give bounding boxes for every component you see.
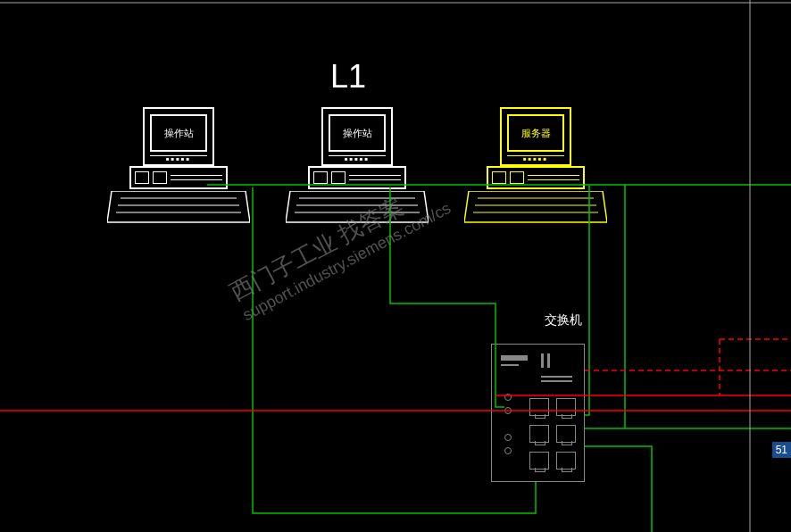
computer-base-icon [129, 166, 228, 189]
screen-label: 服务器 [507, 114, 564, 152]
diagram-title: L1 [330, 58, 366, 96]
monitor-controls-icon: ■■■■■ [507, 155, 564, 162]
workstation-1: 操作站 ■■■■■ [107, 107, 250, 227]
screen-label: 操作站 [150, 114, 207, 152]
keyboard-icon [107, 191, 250, 227]
switch-led-icon [504, 407, 512, 414]
computer-base-icon [308, 166, 406, 189]
monitor-icon: 操作站 ■■■■■ [321, 107, 393, 166]
switch-port-icon [556, 452, 576, 470]
svg-marker-0 [107, 191, 250, 222]
switch-led-icon [504, 434, 512, 441]
server-workstation: 服务器 ■■■■■ [464, 107, 607, 227]
workstation-2: 操作站 ■■■■■ [286, 107, 429, 227]
monitor-icon: 服务器 ■■■■■ [500, 107, 571, 166]
switch-label: 交换机 [545, 312, 582, 328]
network-switch [491, 344, 585, 482]
page-number-badge: 51 [772, 442, 791, 458]
keyboard-icon [286, 191, 429, 227]
cad-canvas: L1 操作站 ■■■■■ 操作站 ■■■■■ 服务器 ■■■■■ [0, 0, 791, 532]
switch-port-icon [556, 398, 576, 416]
monitor-controls-icon: ■■■■■ [329, 155, 386, 162]
switch-led-icon [504, 447, 512, 454]
switch-led-icon [504, 394, 512, 401]
computer-base-icon [487, 166, 585, 189]
wiring-diagram [0, 0, 791, 532]
monitor-icon: 操作站 ■■■■■ [143, 107, 214, 166]
switch-port-icon [556, 425, 576, 443]
svg-marker-8 [464, 191, 607, 222]
keyboard-icon [464, 191, 607, 227]
screen-label: 操作站 [329, 114, 386, 152]
switch-port-icon [529, 425, 549, 443]
switch-port-icon [529, 398, 549, 416]
svg-marker-4 [286, 191, 429, 222]
switch-port-icon [529, 452, 549, 470]
monitor-controls-icon: ■■■■■ [150, 155, 207, 162]
